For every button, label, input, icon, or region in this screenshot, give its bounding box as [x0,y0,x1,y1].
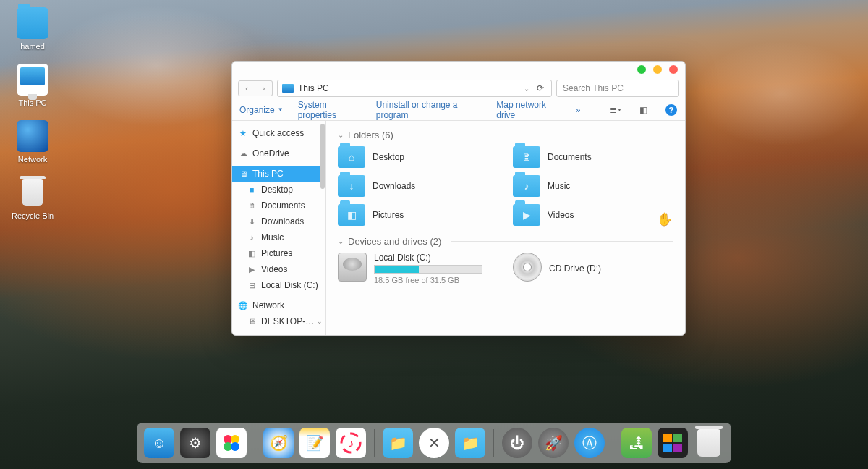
sidebar-item-quick-access[interactable]: ★ Quick access [232,125,326,141]
folder-documents[interactable]: 🗎Documents [513,146,673,168]
svg-point-3 [231,442,239,451]
dock-app-itunes[interactable]: ♪ [336,428,366,458]
desktop-icon-network[interactable]: Network [7,120,58,164]
cloud-icon: ☁ [238,148,248,159]
preview-pane-button[interactable]: ◧ [637,103,650,117]
svg-rect-10 [673,444,682,452]
sidebar-scrollbar[interactable] [320,124,325,332]
drive-cd-d[interactable]: CD Drive (D:) [513,253,673,284]
sidebar-item-videos[interactable]: ▶Videos [232,261,326,277]
chevron-down-icon: ▼ [278,106,284,113]
desktop-icon-this-pc[interactable]: This PC [7,64,58,107]
chevron-left-icon: ‹ [245,84,248,93]
refresh-icon[interactable]: ⟳ [534,83,547,93]
chevron-right-icon: › [263,84,265,93]
forward-button[interactable]: › [255,80,273,96]
folder-icon: ▶ [513,204,540,226]
dock-separator [255,429,255,457]
dock-app-display-settings[interactable] [658,428,688,458]
sidebar-item-this-pc[interactable]: 🖥 This PC [232,166,326,182]
desktop-icon-label: Recycle Bin [12,211,54,220]
dock-app-power[interactable]: ⏻ [502,428,532,458]
help-button[interactable]: ? [665,103,678,117]
search-placeholder: Search This PC [563,83,624,93]
scrollbar-thumb[interactable] [320,124,325,189]
svg-rect-7 [663,434,672,442]
system-properties-button[interactable]: System properties [298,100,362,120]
dock-separator [613,429,613,457]
uninstall-program-button[interactable]: Uninstall or change a program [376,100,482,120]
sidebar-item-onedrive[interactable]: ☁ OneDrive [232,145,326,161]
dock-app-settings[interactable]: ⚙ [180,428,210,458]
dock-app-launchpad[interactable]: 🚀 [538,428,569,458]
drives-section-header[interactable]: ⌄ Devices and drives (2) [338,236,673,247]
desktop-icon-hamed[interactable]: hamed [7,7,58,51]
window-maximize-button[interactable] [653,65,662,74]
window-titlebar[interactable] [232,62,685,77]
address-text: This PC [298,83,519,93]
chevron-down-icon[interactable]: ⌄ [338,237,344,245]
cd-icon [513,253,542,282]
folder-icon: ◧ [338,204,365,226]
folder-downloads[interactable]: ↓Downloads [338,175,498,197]
dock-app-safari[interactable]: 🧭 [263,428,294,458]
map-network-drive-button[interactable]: Map network drive [496,100,561,120]
folder-videos[interactable]: ▶Videos [513,204,673,226]
sidebar-item-downloads[interactable]: ⬇Downloads [232,214,326,229]
desktop-icon-recycle-bin[interactable]: Recycle Bin [7,177,58,220]
download-icon: ⬇ [247,216,257,227]
desktop-icon-label: Network [18,155,47,164]
dock-app-gamecenter[interactable] [216,428,247,458]
sidebar-item-pictures[interactable]: ◧Pictures [232,245,326,261]
back-button[interactable]: ‹ [238,80,255,96]
trash-icon [697,429,720,457]
folder-music[interactable]: ♪Music [513,175,673,197]
sidebar-item-network[interactable]: 🌐Network [232,297,326,313]
dock-app-finder[interactable]: ☺ [144,428,174,458]
sidebar-item-documents[interactable]: 🗎Documents [232,198,326,214]
address-bar[interactable]: This PC ⌄ ⟳ [277,80,552,97]
hard-disk-icon [338,253,367,282]
command-toolbar: Organize ▼ System properties Uninstall o… [232,99,685,121]
sidebar-item-local-disk[interactable]: ⊟Local Disk (C:) [232,277,326,293]
computer-icon [282,84,294,93]
overflow-menu[interactable]: » [576,105,581,115]
desktop-icon-label: hamed [20,42,45,51]
organize-menu[interactable]: Organize ▼ [239,105,284,115]
folders-section-header[interactable]: ⌄ Folders (6) [338,130,673,140]
sidebar-item-music[interactable]: ♪Music [232,229,326,245]
folder-desktop[interactable]: ⌂Desktop [338,146,498,168]
dock-app-notes[interactable]: 📝 [299,428,330,458]
dock-app-appstore[interactable]: Ⓐ [574,428,605,458]
dock-separator [493,429,494,457]
dock-app-yosemite[interactable]: ✕ [419,428,449,458]
chevron-down-icon[interactable]: ⌄ [338,131,344,139]
dock-separator [374,429,375,457]
folder-icon: ♪ [513,175,540,197]
svg-rect-8 [673,434,682,442]
storage-text: 18.5 GB free of 31.5 GB [374,276,482,284]
storage-fill [375,266,419,273]
window-close-button[interactable] [669,65,678,74]
content-pane: ⌄ Folders (6) ⌂Desktop 🗎Documents ↓Downl… [326,121,685,335]
dock-app-photos[interactable]: 🏞 [621,428,652,458]
dock-app-folder[interactable]: 📁 [455,428,485,458]
sidebar-item-desktop[interactable]: ■Desktop [232,182,326,198]
window-minimize-button[interactable] [637,65,646,74]
folder-icon: ⌂ [338,146,365,168]
drive-local-disk-c[interactable]: Local Disk (C:) 18.5 GB free of 31.5 GB [338,253,498,284]
dock-app-file-explorer[interactable]: 📁 [383,428,413,458]
dock-trash[interactable] [694,428,724,458]
folder-icon: 🗎 [513,146,540,168]
sidebar-item-desktop-computer[interactable]: 🖥DESKTOP-KPT6F⌄ [232,313,326,329]
trash-icon [17,177,48,208]
music-icon: ♪ [247,232,257,242]
folder-pictures[interactable]: ◧Pictures [338,204,498,226]
view-options-button[interactable]: ≣ ▼ [609,103,622,117]
search-input[interactable]: Search This PC [556,80,679,97]
globe-icon [17,120,48,152]
chevron-down-icon[interactable]: ⌄ [524,85,529,93]
globe-icon: 🌐 [238,300,248,310]
folder-icon [17,7,48,39]
computer-icon [17,64,48,96]
